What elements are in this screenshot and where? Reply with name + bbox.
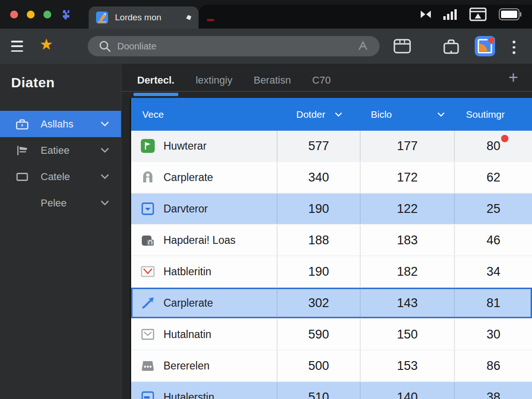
overflow-menu-button[interactable] [513,41,515,54]
trend-up-icon [140,296,155,310]
tab-beratisn[interactable]: Beratisn [254,74,291,87]
cell-dotder: 500 [278,351,361,381]
extension-puzzle-icon[interactable] [59,9,70,22]
sort-chevron-icon[interactable] [335,112,342,117]
chevron-down-icon [101,174,109,179]
sort-chevron-icon[interactable] [437,112,445,117]
cell-biclo: 153 [361,351,455,381]
cell-biclo: 122 [361,193,455,224]
cell-soutimgr: 81 [455,288,532,318]
column-header-biclo[interactable]: Biclo [361,109,455,120]
active-extension-button[interactable] [475,36,495,56]
row-name: Carplerate [163,171,213,184]
flag-icon [140,139,155,153]
search-placeholder: Doonliate [117,41,357,52]
data-table: Vece Dotder Biclo Soutimgr [130,98,532,399]
tab-state-icon[interactable] [185,14,193,21]
panel-blue-icon [140,390,155,399]
add-tab-button[interactable]: + [508,69,518,86]
mail-red-icon [140,264,155,279]
minimize-window-button[interactable] [27,11,35,18]
row-name: Bererelen [163,360,210,372]
tab-title: Lordes mon [115,12,186,23]
cell-dotder: 190 [278,256,361,287]
table-row[interactable]: Bererelen 500 153 86 [131,351,532,382]
table-row[interactable]: Hutalnatin 590 150 30 [131,319,532,351]
cell-biclo: 183 [361,225,455,255]
notification-dot [501,135,508,142]
search-input[interactable]: Doonliate [88,36,380,56]
cell-biclo: 143 [361,288,455,318]
cell-soutimgr: 46 [455,225,532,255]
table-row[interactable]: Carplerate 340 172 62 [131,162,532,193]
table-row[interactable]: Hatbleritin 190 182 34 [131,256,532,288]
cell-soutimgr: 62 [455,162,532,193]
tab-switcher-icon[interactable] [393,39,411,54]
mail-gray-icon [140,327,155,342]
browser-tab[interactable]: Lordes mon [89,6,199,29]
chevron-down-icon [101,121,109,127]
sidebar-item-label: Eatiee [41,145,101,157]
sidebar-item-catele[interactable]: Catele [0,163,121,190]
extension-shape-icon [475,36,495,56]
cell-soutimgr: 38 [455,382,532,399]
cell-soutimgr: 86 [455,351,532,381]
satchel-icon [140,233,155,248]
column-header-vece[interactable]: Vece [131,109,278,120]
window-icon [16,171,29,182]
maximize-window-button[interactable] [43,11,51,18]
cell-biclo: 177 [361,131,455,161]
bookmark-star-icon[interactable]: ★ [40,37,53,52]
chart-icon [16,145,29,156]
search-icon [99,40,111,52]
cell-biclo: 140 [361,382,455,399]
row-name: Hatbleritin [163,266,212,278]
tab-dertecl[interactable]: Dertecl. [137,74,175,87]
cell-biclo: 172 [361,162,455,193]
sidebar-item-label: Asllahs [41,118,101,130]
sidebar-item-eatiee[interactable]: Eatiee [0,137,121,163]
sidebar: Diaten Asllahs Eatiee [0,64,121,399]
column-header-dotder[interactable]: Dotder [278,109,361,120]
tab-lextingiy[interactable]: lextingiy [196,74,232,87]
signal-strength-icon[interactable] [443,9,457,20]
picture-in-picture-icon[interactable] [469,7,487,21]
table-row[interactable]: Darvteror 190 122 25 [131,193,532,225]
table-row-focused[interactable]: Carplerate 302 143 81 [131,288,532,319]
tab-c70[interactable]: C70 [312,74,331,87]
tab-favicon-icon [96,12,108,24]
table-row[interactable]: Huwterar 577 177 80 [131,131,532,162]
row-name: Hapderai! Loas [163,234,236,247]
cell-dotder: 188 [278,225,361,255]
cell-dotder: 510 [278,382,361,399]
table-row[interactable]: Hutalerstin 510 140 38 [131,382,532,399]
sidebar-item-label: Pelee [41,197,101,209]
input-action-icon[interactable] [357,41,369,52]
browser-toolbar: ★ Doonliate [0,29,532,64]
table-header-row: Vece Dotder Biclo Soutimgr [131,98,532,131]
cell-dotder: 590 [278,319,361,350]
cell-dotder: 340 [278,162,361,193]
pin-icon [140,170,155,185]
cell-biclo: 182 [361,256,455,287]
cell-dotder: 190 [278,193,361,224]
row-name: Huwterar [163,140,206,152]
media-bowtie-icon[interactable] [420,10,431,19]
keypad-icon [140,358,155,373]
content-tab-bar: Dertecl. lextingiy Beratisn C70 + [121,64,532,98]
briefcase-icon [16,119,29,130]
close-window-button[interactable] [10,11,18,18]
sidebar-item-pelee[interactable]: Pelee [0,190,121,216]
workspace-briefcase-icon[interactable] [442,39,460,54]
window-tab-strip: Lordes mon [0,0,532,29]
column-header-soutimgr[interactable]: Soutimgr [455,109,532,120]
chevron-down-icon [101,148,109,153]
menu-button[interactable] [11,41,23,52]
table-row[interactable]: Hapderai! Loas 188 183 46 [131,225,532,256]
battery-icon[interactable] [499,8,522,20]
sidebar-item-asllahs[interactable]: Asllahs [0,111,121,137]
cell-soutimgr: 30 [455,319,532,350]
row-name: Darvteror [163,203,208,215]
sidebar-title: Diaten [0,64,121,91]
chevron-down-icon [101,200,109,206]
